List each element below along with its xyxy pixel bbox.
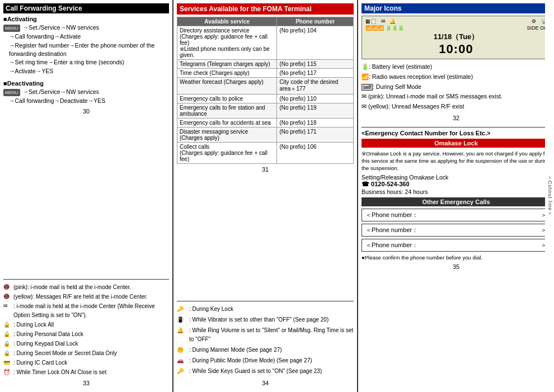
unread-rf-icon: ✉	[361, 103, 367, 110]
service-weather: Weather forecast (Charges apply)	[177, 78, 277, 95]
phone-row-2: ＜Phone number： ＞	[361, 224, 551, 237]
number-police: (No prefix) 110	[277, 95, 354, 103]
cutout-line: ＜Cutout line＞	[545, 0, 554, 392]
phone-row-3: ＜Phone number： ＞	[361, 239, 551, 252]
page-number-31: 31	[177, 164, 354, 175]
vibrator-text: : While Vibrator is set to other than "O…	[189, 315, 328, 324]
omakase-text: ※Omakase Lock is a pay service. However,…	[361, 150, 551, 172]
bi-side-keys: 🔑 : While Side Keys Guard is set to "ON"…	[177, 367, 354, 376]
table-row: Collect calls(Charges apply: guidance fe…	[177, 143, 354, 164]
step1: MENU →Set./Service→NW services	[3, 23, 169, 32]
table-row: Disaster messaging service(Charges apply…	[177, 127, 354, 143]
bottom-icons-section: 🔑 : During Key Lock 📳 : While Vibrator i…	[177, 305, 354, 376]
ring-icon: 🔔	[177, 326, 189, 335]
key-lock-text: : During Key Lock	[189, 305, 233, 314]
panel1-title: Call Forwarding Service	[3, 3, 169, 13]
number-collect: (No prefix) 106	[277, 143, 354, 164]
menu-icon-2: MENU	[3, 89, 20, 96]
number-time: (No prefix) 117	[277, 69, 354, 78]
panel3-major-icons: ＜Cutout line＞ Major Icons ▦📋 ✉ 🔔 ⚙ 📡 📶📶📶…	[358, 0, 554, 392]
number-directory: (No prefix) 104	[277, 26, 354, 60]
service-directory: Directory assistance service(Charges app…	[177, 26, 277, 60]
panel3-top-section: Major Icons ▦📋 ✉ 🔔 ⚙ 📡 📶📶📶 🔋🔋🔋 SIDE On 1…	[361, 3, 551, 127]
timer-icon: ⏰	[3, 368, 13, 377]
manner-icon: 🤫	[177, 346, 189, 355]
lock-personal-text: : During Personal Data Lock	[13, 330, 83, 339]
setting-label: Setting/Releasing Omakase Lock	[361, 174, 551, 181]
icon-desc-unread-mail: ✉ (pink): Unread i-mode mail or SMS mess…	[361, 92, 551, 101]
business-hours: Business hours: 24 hours	[361, 188, 551, 195]
clock-time: 10:00	[365, 42, 547, 56]
lock-item-keypad: 🔒 : During Keypad Dial Lock	[3, 339, 169, 348]
lock-all-icon: 🔒	[3, 320, 13, 329]
service-police: Emergency calls to police	[177, 95, 277, 103]
side-keys-icon: 🔑	[177, 367, 189, 376]
panel1-call-forwarding: Call Forwarding Service ■Activating MENU…	[0, 0, 173, 392]
lock-keypad-icon: 🔒	[3, 339, 13, 348]
service-fire: Emergency calls to fire station and ambu…	[177, 103, 277, 119]
panel2-bottom-section: 🔑 : During Key Lock 📳 : While Vibrator i…	[177, 301, 354, 389]
number-telegram: (No prefix) 115	[277, 60, 354, 69]
page-number-35: 35	[361, 261, 551, 272]
phone-row-1: ＜Phone number： ＞	[361, 209, 551, 221]
confirm-note: ●Please confirm the phone number before …	[361, 254, 551, 261]
page-number-34: 34	[177, 377, 354, 389]
service-disaster: Disaster messaging service(Charges apply…	[177, 127, 277, 143]
clock-icon-row2: 📶📶📶 🔋🔋🔋	[365, 25, 404, 31]
page-number-32: 32	[361, 112, 551, 124]
yellow-text: (yellow): Messages R/F are held at the i…	[13, 292, 148, 301]
bi-key-lock: 🔑 : During Key Lock	[177, 305, 354, 314]
bi-vibrator: 📳 : While Vibrator is set to other than …	[177, 315, 354, 324]
omakase-lock-title: Omakase Lock	[361, 139, 551, 148]
self-mode-icon: self	[361, 84, 373, 91]
bi-ring: 🔔 : While Ring Volume is set to "Silent"…	[177, 326, 354, 344]
lock-icons-section: 📵 (pink): i-mode mail is held at the i-m…	[3, 283, 169, 377]
panel1-top-section: Call Forwarding Service ■Activating MENU…	[3, 3, 169, 280]
mail-text: : i-mode mail is held at the i-mode Cent…	[13, 302, 169, 320]
section-deactivating: ■Deactivating	[3, 80, 169, 87]
number-weather: City code of the desired area＋177	[277, 78, 354, 95]
table-row: Weather forecast (Charges apply) City co…	[177, 78, 354, 95]
lock-secret-text: : During Secret Mode or Secret Data Only	[13, 349, 117, 358]
vibrator-icon: 📳	[177, 315, 189, 324]
phone-icon: ☎	[361, 181, 369, 187]
icon-desc-unread-rf: ✉ (yellow): Unread Messages R/F exist	[361, 102, 551, 111]
panel2-top-section: Services Available for the FOMA Terminal…	[177, 3, 354, 301]
manner-text: : During Manner Mode (See page 27)	[189, 346, 282, 355]
clock-side-on: SIDE On	[527, 25, 547, 31]
section-activating: ■Activating	[3, 16, 169, 22]
lock-item-personal: 🔒 : During Personal Data Lock	[3, 330, 169, 339]
number-sea: (No prefix) 118	[277, 119, 354, 127]
icon-desc-self: self: During Self Mode	[361, 83, 551, 92]
pink-icon: 📵	[3, 283, 13, 291]
unread-mail-icon: ✉	[361, 93, 367, 100]
dstep2: →Call forwarding→Deactivate→YES	[9, 97, 169, 105]
table-row: Emergency calls to fire station and ambu…	[177, 103, 354, 119]
phone-label-3: ＜Phone number：	[365, 241, 418, 249]
battery-icon: 🔋	[361, 63, 369, 70]
number-fire: (No prefix) 119	[277, 103, 354, 119]
icon-desc-battery: 🔋: Battery level (estimate)	[361, 63, 551, 72]
bi-public: 🚗 : During Public Mode (Drive Mode) (See…	[177, 356, 354, 365]
side-keys-text: : While Side Keys Guard is set to "ON" (…	[189, 367, 322, 376]
clock-display: ▦📋 ✉ 🔔 ⚙ 📡 📶📶📶 🔋🔋🔋 SIDE On 11/18（Tue） 10…	[361, 16, 551, 59]
key-lock-icon: 🔑	[177, 305, 189, 314]
page-number-30: 30	[3, 106, 169, 117]
major-icons-title: Major Icons	[361, 3, 551, 13]
services-table: Available service Phone number Directory…	[177, 17, 354, 164]
table-row: Emergency calls for accidents at sea (No…	[177, 119, 354, 127]
service-collect: Collect calls(Charges apply: guidance fe…	[177, 143, 277, 164]
panel1-bottom-section: 📵 (pink): i-mode mail is held at the i-m…	[3, 280, 169, 389]
clock-date: 11/18（Tue）	[365, 32, 547, 42]
lock-all-text: : During Lock All	[13, 320, 54, 329]
timer-text: : While Timer Lock ON At Close is set	[13, 368, 106, 377]
lock-secret-icon: 🔒	[3, 349, 13, 358]
ring-text: : While Ring Volume is set to "Silent" o…	[189, 326, 354, 344]
bi-manner: 🤫 : During Manner Mode (See page 27)	[177, 346, 354, 355]
phone-label-2: ＜Phone number：	[365, 226, 418, 234]
service-telegram: Telegrams (Telegram charges apply)	[177, 60, 277, 69]
clock-second-row: 📶📶📶 🔋🔋🔋 SIDE On	[365, 25, 547, 31]
emergency-header: <Emergency Contact Number for Loss Etc.>	[361, 130, 551, 136]
ic-card-text: : During IC Card Lock	[13, 358, 67, 367]
radio-icon: 📶	[361, 73, 369, 80]
